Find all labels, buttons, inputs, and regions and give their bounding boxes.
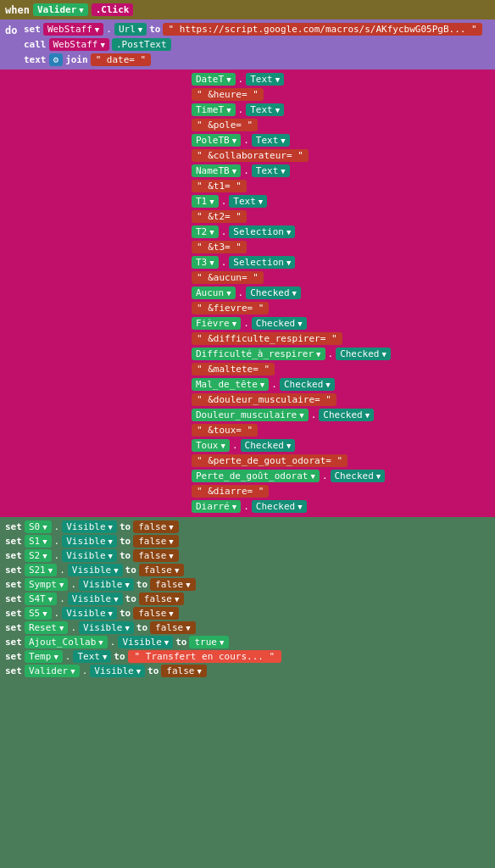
set-prop-pill[interactable]: Visible▼ [62,607,117,620]
prop-pill[interactable]: Text▼ [252,164,290,177]
join-kw: join [65,54,88,65]
set-prop-pill[interactable]: Visible▼ [79,578,134,591]
join-item-row: Diarré▼.Checked▼ [192,500,490,513]
set-kw: set [5,579,22,590]
join-item-row: " &diarre= " [192,485,490,498]
var-pill[interactable]: Toux▼ [192,439,230,452]
string-value: " &maltete= " [192,363,275,376]
var-pill[interactable]: Diarré▼ [192,500,241,513]
var-pill[interactable]: Fièvre▼ [192,317,241,330]
set-prop-pill[interactable]: Visible▼ [118,636,173,648]
call-kw: call [24,39,47,50]
set-prop-pill[interactable]: Visible▼ [68,593,123,605]
join-item-row: Perte_de_goût_odorat▼.Checked▼ [192,470,490,482]
string-value: " &douleur_musculaire= " [192,393,336,406]
val-true[interactable]: true▼ [189,636,229,648]
val-false[interactable]: false▼ [161,665,207,677]
join-item-row: " &t1= " [192,180,490,192]
prop-pill[interactable]: Text▼ [252,134,290,147]
set-row: setReset▼.Visible▼tofalse▼ [5,621,490,634]
var-pill[interactable]: T2▼ [192,225,219,238]
val-false[interactable]: false▼ [150,578,196,591]
set-var-pill[interactable]: Ajout_Collab▼ [25,636,108,648]
prop-pill[interactable]: Checked▼ [252,500,307,513]
join-item-row: T2▼.Selection▼ [192,225,490,238]
set-var-pill[interactable]: S5▼ [25,607,52,620]
set-kw: set [5,565,22,576]
join-item-row: Difficulté_à_respirer▼.Checked▼ [192,348,490,360]
set-var-pill[interactable]: S2▼ [25,549,52,562]
var-pill[interactable]: PoleTB▼ [192,134,241,147]
set-row: setS2▼.Visible▼tofalse▼ [5,549,490,562]
join-item-row: DateT▼.Text▼ [192,73,490,86]
var-pill[interactable]: Difficulté_à_respirer▼ [192,348,325,360]
date-string: " date= " [91,53,152,66]
var-pill[interactable]: TimeT▼ [192,103,236,116]
set-prop-pill[interactable]: Visible▼ [62,520,117,533]
set-prop-pill[interactable]: Visible▼ [90,665,145,677]
valider-pill[interactable]: Valider ▼ [33,3,88,16]
val-false[interactable]: false▼ [133,607,179,620]
prop-pill[interactable]: Checked▼ [336,348,391,360]
prop-pill[interactable]: Checked▼ [252,317,307,330]
val-false[interactable]: false▼ [139,564,185,576]
string-value: " &fievre= " [192,302,269,314]
url-prop[interactable]: Url▼ [114,23,147,36]
set-var-pill[interactable]: Temp▼ [25,650,63,663]
val-false[interactable]: false▼ [133,520,179,533]
posttext-method[interactable]: .PostText [112,38,171,51]
var-pill[interactable]: Douleur_musculaire▼ [192,409,309,421]
set-var-pill[interactable]: S1▼ [25,535,52,548]
prop-pill[interactable]: Selection▼ [229,256,295,269]
val-false[interactable]: false▼ [150,621,196,634]
string-value: " &collaborateur= " [192,149,309,162]
val-false[interactable]: false▼ [133,535,179,548]
var-pill[interactable]: DateT▼ [192,73,236,86]
set-kw: set [5,651,22,662]
prop-pill[interactable]: Text▼ [246,73,284,86]
to-kw: to [114,651,125,662]
set-var-pill[interactable]: S0▼ [25,520,52,533]
val-false[interactable]: false▼ [139,593,185,605]
set-var-pill[interactable]: S4T▼ [25,593,57,605]
set-prop-pill[interactable]: Text▼ [73,650,111,663]
to-kw: to [120,550,131,561]
prop-pill[interactable]: Checked▼ [280,378,335,391]
set-var-pill[interactable]: Sympt▼ [25,578,69,591]
join-item-row: " &pole= " [192,119,490,131]
webstaff-url-var[interactable]: WebStaff▼ [43,23,103,36]
join-item-row: " &collaborateur= " [192,149,490,162]
click-pill[interactable]: .Click [92,3,134,16]
var-pill[interactable]: T3▼ [192,256,219,269]
var-pill[interactable]: Aucun▼ [192,287,236,299]
join-item-row: Mal_de_tête▼.Checked▼ [192,378,490,391]
set-prop-pill[interactable]: Visible▼ [62,549,117,562]
var-pill[interactable]: T1▼ [192,195,219,208]
prop-pill[interactable]: Checked▼ [319,409,374,421]
join-item-row: Aucun▼.Checked▼ [192,287,490,299]
prop-pill[interactable]: Text▼ [229,195,267,208]
to-kw: to [147,665,159,676]
prop-pill[interactable]: Text▼ [246,103,284,116]
set-var-pill[interactable]: S21▼ [25,564,57,576]
join-content: DateT▼.Text▼" &heure= "TimeT▼.Text▼" &po… [0,70,495,517]
to-kw: to [120,608,131,619]
set-prop-pill[interactable]: Visible▼ [68,564,123,576]
when-label: when [5,4,30,16]
text-kw: text [24,54,47,65]
var-pill[interactable]: Perte_de_goût_odorat▼ [192,470,320,482]
prop-pill[interactable]: Checked▼ [246,287,301,299]
prop-pill[interactable]: Selection▼ [229,225,295,238]
var-pill[interactable]: NameTB▼ [192,164,241,177]
set-var-pill[interactable]: Reset▼ [25,621,69,634]
set-kw: set [5,536,22,547]
set-prop-pill[interactable]: Visible▼ [62,535,117,548]
do-section: do set WebStaff▼ . Url▼ to " https://scr… [0,19,495,70]
webstaff-call-var[interactable]: WebStaff▼ [49,38,109,51]
prop-pill[interactable]: Checked▼ [331,470,386,482]
val-false[interactable]: false▼ [133,549,179,562]
set-prop-pill[interactable]: Visible▼ [79,621,134,634]
var-pill[interactable]: Mal_de_tête▼ [192,378,269,391]
set-var-pill[interactable]: Valider▼ [25,665,80,677]
prop-pill[interactable]: Checked▼ [241,439,296,452]
